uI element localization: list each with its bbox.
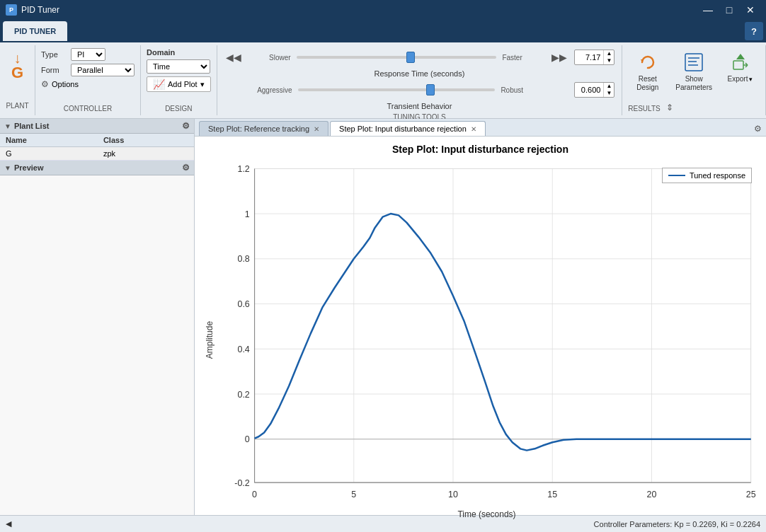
name-col-header: Name (0, 134, 98, 147)
response-down-icon[interactable]: ▼ (604, 57, 614, 64)
response-up-icon[interactable]: ▲ (604, 50, 614, 57)
response-slider-container (297, 56, 497, 59)
export-label: Export (728, 75, 748, 83)
reset-design-button[interactable]: ResetDesign (628, 48, 667, 95)
slower-label: Slower (248, 54, 291, 62)
results-collapse-icon[interactable]: ⇕ (666, 103, 673, 112)
app-tab-bar: PID TUNER ? (0, 20, 766, 42)
status-text: Controller Parameters: Kp = 0.2269, Ki =… (594, 520, 760, 528)
plant-section-label: PLANT (6, 102, 28, 110)
chart-legend: Tuned response (662, 168, 752, 183)
faster-label: Faster (502, 54, 544, 62)
reference-tab-close-icon[interactable]: ✕ (314, 125, 319, 133)
legend-label: Tuned response (690, 171, 745, 180)
show-parameters-button[interactable]: ShowParameters (670, 48, 718, 95)
svg-rect-1 (685, 54, 702, 71)
design-section-label: DESIGN (147, 102, 211, 112)
export-dropdown-icon: ▾ (749, 76, 753, 83)
disturbance-tab-close-icon[interactable]: ✕ (471, 125, 476, 133)
plant-g-label: G (11, 65, 23, 81)
type-select[interactable]: PIPIDPPD (71, 48, 105, 61)
transient-label: Transient Behavior (387, 102, 452, 110)
response-value-box: 7.17 ▲ ▼ (574, 50, 614, 65)
response-nav-left[interactable]: ◀◀ (224, 52, 243, 63)
robust-label: Robust (501, 86, 543, 94)
results-section: ResetDesign ShowParameters (622, 45, 766, 115)
add-plot-dropdown-icon: ▾ (200, 80, 205, 89)
table-row[interactable]: G zpk (0, 147, 194, 161)
reference-tracking-tab-label: Step Plot: Reference tracking (208, 125, 309, 133)
help-button[interactable]: ? (745, 22, 763, 40)
transient-spinbox-arrows[interactable]: ▲ ▼ (603, 83, 614, 97)
plant-list-title: Plant List (14, 122, 182, 130)
form-label: Form (41, 66, 67, 74)
chart-svg: 1.2 1 0.8 0.6 0.4 0.2 0 -0.2 0 5 (215, 161, 759, 507)
transient-down-icon[interactable]: ▼ (604, 90, 614, 97)
plant-list-panel: ▼ Plant List ⚙ Name Class G zpk (0, 119, 194, 161)
transient-spinbox[interactable]: 0.600 ▲ ▼ (574, 82, 614, 98)
svg-text:0: 0 (245, 434, 250, 444)
options-gear-icon: ⚙ (41, 79, 49, 89)
plant-list-header: ▼ Plant List ⚙ (0, 119, 194, 134)
window-controls: — □ ✕ (698, 0, 760, 20)
preview-gear-icon[interactable]: ⚙ (182, 163, 190, 173)
svg-text:0.6: 0.6 (237, 299, 249, 309)
app-icon: P (6, 4, 17, 16)
minimize-button[interactable]: — (698, 0, 718, 20)
domain-select[interactable]: TimeFrequency (147, 59, 210, 74)
controller-section: Type PIPIDPPD Form ParallelIdeal ⚙ Optio… (35, 45, 141, 115)
title-bar-left: P PID Tuner (6, 4, 59, 16)
transient-row: Aggressive Robust 0.600 ▲ ▼ (224, 82, 615, 98)
options-row: ⚙ Options (41, 79, 135, 89)
response-spinbox[interactable]: 7.17 ▲ ▼ (574, 50, 614, 65)
response-time-label: Response Time (seconds) (375, 69, 465, 78)
domain-row: TimeFrequency (147, 59, 211, 74)
response-value: 7.17 (575, 52, 603, 62)
options-label[interactable]: Options (52, 80, 79, 88)
plant-list-collapse-icon[interactable]: ▼ (4, 122, 11, 130)
svg-text:0: 0 (252, 490, 257, 499)
reference-tracking-tab[interactable]: Step Plot: Reference tracking ✕ (199, 121, 328, 136)
plot-gear-icon[interactable]: ⚙ (754, 124, 762, 134)
response-nav-right[interactable]: ▶▶ (550, 52, 568, 63)
show-parameters-label: ShowParameters (675, 75, 712, 92)
svg-text:0.2: 0.2 (237, 389, 249, 399)
reset-design-label: ResetDesign (636, 75, 658, 92)
svg-text:0.4: 0.4 (237, 345, 249, 354)
preview-collapse-icon[interactable]: ▼ (4, 164, 11, 172)
response-spinbox-arrows[interactable]: ▲ ▼ (603, 50, 614, 64)
export-button[interactable]: Export ▾ (721, 48, 760, 86)
plant-list-gear-icon[interactable]: ⚙ (182, 121, 190, 131)
form-row: Form ParallelIdeal (41, 64, 135, 76)
show-parameters-icon (682, 51, 705, 74)
chart-title: Step Plot: Input disturbance rejection (202, 144, 759, 155)
sidebar: ▼ Plant List ⚙ Name Class G zpk (0, 119, 195, 515)
close-button[interactable]: ✕ (741, 0, 760, 20)
plant-class-cell: zpk (98, 147, 194, 161)
status-left-icon: ◀ (6, 519, 20, 528)
transient-up-icon[interactable]: ▲ (604, 83, 614, 90)
type-row: Type PIPIDPPD (41, 48, 135, 61)
plant-arrow-icon: ↓ (14, 51, 21, 65)
transient-slider-thumb[interactable] (426, 84, 435, 96)
preview-header: ▼ Preview ⚙ (0, 161, 194, 175)
pid-tuner-tab[interactable]: PID TUNER (3, 21, 67, 41)
input-disturbance-tab-label: Step Plot: Input disturbance rejection (339, 125, 467, 133)
content-area: Step Plot: Reference tracking ✕ Step Plo… (195, 119, 766, 515)
left-arrow-icon[interactable]: ◀◀ (224, 52, 243, 63)
add-plot-button[interactable]: 📈 Add Plot ▾ (147, 76, 211, 92)
maximize-button[interactable]: □ (719, 0, 739, 20)
right-arrow-icon[interactable]: ▶▶ (550, 52, 568, 63)
svg-text:1.2: 1.2 (237, 164, 249, 174)
chart-svg-area: Tuned response (215, 161, 759, 507)
form-select[interactable]: ParallelIdeal (71, 64, 135, 76)
aggressive-label: Aggressive (250, 86, 292, 94)
transient-slider-container (298, 88, 496, 91)
reset-design-icon (636, 51, 659, 74)
add-plot-label: Add Plot (168, 80, 198, 88)
response-slider-thumb[interactable] (406, 52, 415, 63)
svg-text:5: 5 (351, 490, 356, 499)
input-disturbance-tab[interactable]: Step Plot: Input disturbance rejection ✕ (330, 121, 486, 136)
svg-text:15: 15 (547, 490, 557, 499)
transient-value-box: 0.600 ▲ ▼ (574, 82, 614, 98)
